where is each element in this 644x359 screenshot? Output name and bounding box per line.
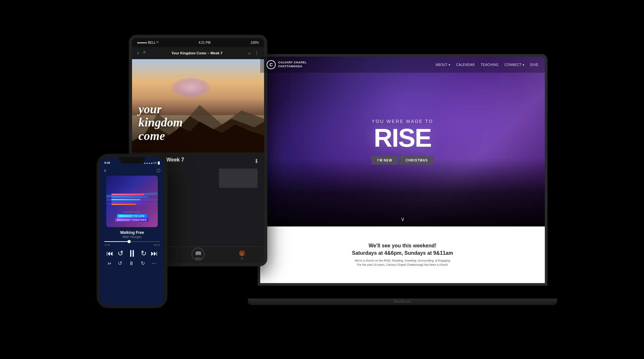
ipad-nav-title: Your Kingdom Come – Week 7: [171, 51, 223, 55]
iphone-battery: █: [158, 161, 160, 164]
ipad-tab-gift-label: G: [241, 257, 243, 260]
lower-sub2: For the past 19 years, Calvary Chapel Ch…: [355, 263, 450, 267]
logo-letter: C: [270, 62, 273, 67]
nav-about[interactable]: ABOUT ▾: [436, 63, 450, 67]
album-brought1: BROUGHT TO LIFE: [117, 214, 147, 218]
iphone-artist-name: Matt Younger: [104, 235, 160, 239]
album-color-lines: [111, 194, 153, 205]
line3: [111, 199, 140, 200]
nav-logo: C CALVARY CHAPEL CHATTANOOGA: [267, 60, 307, 69]
line4: [111, 201, 147, 203]
ipad-status-bar: ●●●●● BELL ᵂ 4:21 PM 100%: [132, 38, 264, 47]
ipad-notes-box: [219, 169, 258, 188]
iphone-progress-fill: [104, 241, 129, 242]
album-brought2: BROUGHT TOGETHER: [115, 218, 149, 222]
website-content: C CALVARY CHAPEL CHATTANOOGA ABOUT ▾ CAL…: [260, 57, 545, 283]
iphone-bottom-controls: 1× ↺ ⏸ ↻ ⋯: [100, 259, 164, 266]
hero-chevron[interactable]: ∨: [401, 216, 405, 223]
iphone-share-icon[interactable]: ↻: [141, 260, 145, 266]
ipad-tab-gift[interactable]: 🎁 G: [239, 250, 245, 260]
hero-title: RISE: [371, 125, 433, 151]
hero-btn-christmas[interactable]: CHRISTMAS: [400, 156, 433, 165]
ipad-hero-title: your kingdom come: [138, 103, 258, 143]
ipad-hero-text-overlay: your kingdom come: [138, 103, 258, 143]
iphone-time-labels: 11:39 -28:15: [100, 243, 164, 247]
ipad-gift-icon: 🎁: [239, 250, 245, 256]
ipad-hero-word3: come: [138, 129, 165, 143]
hero-text-area: YOU WERE MADE TO RISE I'M NEW CHRISTMAS: [371, 119, 433, 165]
iphone-replay-icon[interactable]: ↺: [118, 260, 122, 266]
line1: [111, 194, 144, 195]
website-lower-title: We'll see you this weekend! Saturdays at…: [352, 242, 453, 257]
logo-line1: CALVARY CHAPEL: [278, 61, 307, 65]
iphone-status-right: ▲▲▲▲LTE █: [144, 161, 160, 164]
laptop-base: [248, 299, 557, 305]
lower-sub1: We're a church on the RISE: Reading, Inv…: [355, 259, 450, 263]
iphone-time-elapsed: 11:39: [104, 244, 110, 246]
iphone-signal: ▲▲▲▲LTE: [144, 162, 156, 164]
hero-btn-new[interactable]: I'M NEW: [371, 156, 398, 165]
iphone-chevron-down-icon[interactable]: ∨: [104, 168, 107, 173]
iphone-skip-fwd-icon[interactable]: ⏭: [151, 249, 158, 258]
iphone-speed[interactable]: 1×: [108, 262, 111, 265]
hero-subtitle: YOU WERE MADE TO: [371, 119, 433, 124]
iphone-airplay-icon[interactable]: ⬡: [156, 168, 160, 173]
iphone-skip-back-icon[interactable]: ⏮: [106, 249, 113, 258]
ipad-carrier: ●●●●● BELL ᵂ: [137, 41, 158, 44]
logo-icon: C: [267, 60, 276, 69]
ipad-hero-word2: kingdom: [138, 115, 183, 129]
iphone-progress-bar[interactable]: [104, 241, 160, 242]
main-scene: C CALVARY CHAPEL CHATTANOOGA ABOUT ▾ CAL…: [97, 35, 547, 324]
iphone-time: 9:40: [104, 161, 110, 164]
ipad-hero-word1: your: [138, 102, 162, 116]
ipad-more-icon[interactable]: ⋮: [255, 51, 259, 55]
laptop-body: C CALVARY CHAPEL CHATTANOOGA ABOUT ▾ CAL…: [258, 54, 547, 286]
ipad-download-icon[interactable]: ⬇: [254, 158, 259, 165]
iphone-time-remaining: -28:15: [153, 244, 160, 246]
nav-teaching[interactable]: TEACHING: [481, 63, 499, 67]
ipad-menu-btn[interactable]: ≡: [143, 50, 146, 56]
iphone-track-name: Walking Free: [104, 230, 160, 235]
iphone-forward-icon[interactable]: ↻: [141, 249, 147, 258]
iphone-album-art: EPHESIANS BROUGHT TO LIFE BROUGHT TOGETH…: [106, 176, 158, 227]
ipad-time: 4:21 PM: [199, 41, 211, 44]
iphone-rewind-icon[interactable]: ↺: [118, 249, 123, 258]
website-lower-sub: We're a church on the RISE: Reading, Inv…: [355, 259, 450, 267]
iphone-play-pause-icon[interactable]: ⏸: [127, 248, 137, 259]
iphone-main-controls: ⏮ ↺ ⏸ ↻ ⏭: [100, 247, 164, 259]
website-navbar: C CALVARY CHAPEL CHATTANOOGA ABOUT ▾ CAL…: [260, 57, 545, 73]
iphone-notch: [119, 157, 145, 163]
album-ephesians-label: EPHESIANS: [106, 211, 158, 213]
iphone-mini-controls: ∨ ⬡: [100, 167, 164, 174]
nav-connect[interactable]: CONNECT ▾: [505, 63, 525, 67]
iphone-device: 9:40 ▲▲▲▲LTE █ ∨ ⬡: [97, 154, 167, 308]
logo-text: CALVARY CHAPEL CHATTANOOGA: [278, 61, 307, 68]
line5: [111, 204, 136, 205]
nav-links: ABOUT ▾ CALENDAR TEACHING CONNECT ▾ GIVE: [436, 63, 538, 67]
ipad-nav-icons: ⌕ ⋮: [248, 51, 259, 55]
iphone-progress-thumb: [128, 240, 131, 243]
ipad-back-btn[interactable]: ‹: [137, 50, 139, 56]
line2: [111, 196, 148, 198]
nav-give[interactable]: GIVE: [530, 63, 538, 67]
ipad-nav-bar: ‹ ≡ Your Kingdom Come – Week 7 ⌕ ⋮: [132, 47, 264, 59]
laptop-device: C CALVARY CHAPEL CHATTANOOGA ABOUT ▾ CAL…: [258, 54, 547, 305]
nav-calendar[interactable]: CALENDAR: [456, 63, 475, 67]
ipad-home-button[interactable]: [192, 248, 204, 261]
iphone-track-info: Walking Free Matt Younger: [100, 228, 164, 240]
logo-line2: CHATTANOOGA: [278, 65, 307, 69]
ipad-cloud: [172, 78, 210, 97]
iphone-status-bar: 9:40 ▲▲▲▲LTE █: [100, 157, 164, 167]
iphone-more-icon[interactable]: ⋯: [152, 261, 156, 266]
weekend-line2: Saturdays at 4&6pm, Sundays at 9&11am: [352, 250, 453, 257]
ipad-search-icon[interactable]: ⌕: [248, 51, 251, 55]
weekend-line1: We'll see you this weekend!: [352, 242, 453, 249]
laptop-screen: C CALVARY CHAPEL CHATTANOOGA ABOUT ▾ CAL…: [260, 57, 545, 283]
album-art-text: EPHESIANS BROUGHT TO LIFE BROUGHT TOGETH…: [106, 211, 158, 222]
hero-buttons: I'M NEW CHRISTMAS: [371, 156, 433, 165]
ipad-battery: 100%: [251, 41, 259, 44]
ipad-hero-image: your kingdom come: [132, 59, 264, 152]
website-lower-section: We'll see you this weekend! Saturdays at…: [260, 226, 545, 283]
iphone-progress-area: [100, 240, 164, 243]
iphone-pause-icon[interactable]: ⏸: [129, 261, 134, 266]
